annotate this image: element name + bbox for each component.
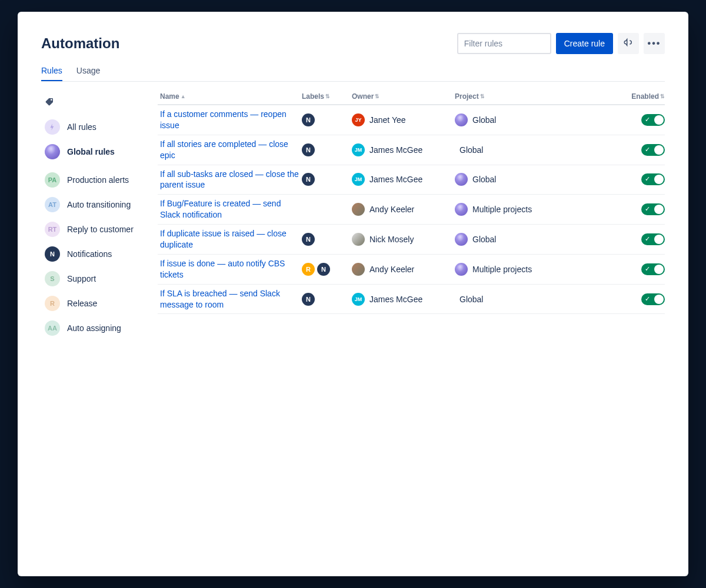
sidebar-item-label: Notifications [67, 249, 112, 259]
owner-name: Janet Yee [369, 115, 406, 125]
sidebar-labels-header [41, 92, 153, 111]
label-pill[interactable]: N [302, 143, 315, 156]
enabled-toggle[interactable] [641, 144, 665, 156]
cell-project: Global [455, 113, 602, 126]
sidebar-item-label: Production alerts [67, 175, 129, 185]
avatar: JM [352, 143, 365, 156]
sidebar-item-release[interactable]: RRelease [41, 291, 153, 316]
page-header: Automation Create rule ••• [41, 33, 665, 54]
sidebar-item-notifications[interactable]: NNotifications [41, 242, 153, 266]
table-row: If SLA is breached — send Slack message … [158, 285, 665, 315]
table-row: If Bug/Feature is created — send Slack n… [158, 195, 665, 225]
sidebar-item-auto-transitioning[interactable]: ATAuto transitioning [41, 192, 153, 217]
globe-icon [455, 203, 468, 216]
rule-link[interactable]: If a customer comments — reopen issue [160, 109, 302, 131]
rule-link[interactable]: If duplicate issue is raised — close dup… [160, 228, 302, 250]
create-rule-button[interactable]: Create rule [556, 33, 613, 54]
owner-name: Nick Mosely [369, 235, 414, 244]
sidebar-item-reply-to-customer[interactable]: RTReply to customer [41, 217, 153, 242]
sidebar-item-global-rules[interactable]: Global rules [41, 139, 153, 164]
sort-icon: ⇅ [660, 93, 665, 99]
label-badge-icon: R [45, 296, 60, 311]
label-badge-icon: N [45, 246, 60, 262]
avatar [352, 203, 365, 216]
label-pill[interactable]: R [302, 263, 315, 276]
cell-owner: JMJames McGee [352, 293, 455, 306]
sidebar-item-support[interactable]: SSupport [41, 266, 153, 291]
label-pill[interactable]: N [302, 293, 315, 306]
more-actions-button[interactable]: ••• [644, 33, 665, 54]
sidebar-item-auto-assigning[interactable]: AAAuto assigning [41, 316, 153, 340]
col-labels[interactable]: Labels⇅ [302, 92, 352, 101]
globe-icon [455, 263, 468, 276]
table-row: If a customer comments — reopen issueNJY… [158, 105, 665, 135]
cell-enabled [630, 263, 665, 275]
enabled-toggle[interactable] [641, 173, 665, 185]
cell-owner: Andy Keeler [352, 263, 455, 276]
rule-link[interactable]: If Bug/Feature is created — send Slack n… [160, 198, 302, 220]
cell-labels: RN [302, 263, 352, 276]
label-pill[interactable]: N [317, 263, 330, 276]
cell-labels: N [302, 143, 352, 156]
tabs: RulesUsage [41, 66, 665, 82]
filter-rules-input[interactable] [457, 33, 551, 54]
announcements-button[interactable] [618, 33, 639, 54]
label-badge-icon: PA [45, 172, 60, 188]
sidebar-item-all-rules[interactable]: All rules [41, 115, 153, 139]
sort-icon: ⇅ [325, 93, 330, 99]
sidebar-item-production-alerts[interactable]: PAProduction alerts [41, 168, 153, 192]
sort-icon: ⇅ [480, 93, 485, 99]
owner-name: Andy Keeler [369, 265, 414, 274]
avatar: JY [352, 113, 365, 126]
sidebar: All rulesGlobal rulesPAProduction alerts… [41, 89, 153, 340]
rule-link[interactable]: If SLA is breached — send Slack message … [160, 288, 302, 310]
cell-name: If Bug/Feature is created — send Slack n… [158, 198, 302, 220]
rule-link[interactable]: If all stories are completed — close epi… [160, 139, 302, 161]
cell-name: If a customer comments — reopen issue [158, 109, 302, 131]
tab-rules[interactable]: Rules [41, 66, 62, 81]
rule-link[interactable]: If all sub-tasks are closed — close the … [160, 169, 302, 191]
rules-table: Name▲ Labels⇅ Owner⇅ Project⇅ Enabled⇅ I… [158, 89, 665, 340]
enabled-toggle[interactable] [641, 293, 665, 305]
sidebar-item-label: All rules [67, 122, 96, 132]
col-enabled[interactable]: Enabled⇅ [630, 92, 665, 101]
col-owner[interactable]: Owner⇅ [352, 92, 455, 101]
project-label: Global [472, 115, 496, 125]
avatar [352, 263, 365, 276]
page-title: Automation [41, 35, 119, 52]
project-label: Multiple projects [472, 205, 532, 214]
globe-icon [455, 113, 468, 126]
globe-icon [45, 144, 60, 159]
cell-project: Global [455, 295, 602, 304]
label-badge-icon: S [45, 271, 60, 286]
cell-name: If all stories are completed — close epi… [158, 139, 302, 161]
enabled-toggle[interactable] [641, 233, 665, 245]
cell-project: Global [455, 145, 602, 155]
tab-usage[interactable]: Usage [76, 66, 100, 81]
avatar: JM [352, 173, 365, 186]
enabled-toggle[interactable] [641, 203, 665, 215]
cell-name: If duplicate issue is raised — close dup… [158, 228, 302, 250]
sidebar-item-label: Auto transitioning [67, 200, 131, 209]
col-name[interactable]: Name▲ [158, 92, 302, 101]
cell-owner: JYJanet Yee [352, 113, 455, 126]
cell-labels: N [302, 293, 352, 306]
rule-link[interactable]: If issue is done — auto notify CBS ticke… [160, 258, 302, 280]
cell-enabled [630, 173, 665, 185]
label-pill[interactable]: N [302, 233, 315, 246]
globe-icon [455, 233, 468, 246]
table-row: If all sub-tasks are closed — close the … [158, 165, 665, 195]
enabled-toggle[interactable] [641, 114, 665, 126]
cell-name: If issue is done — auto notify CBS ticke… [158, 258, 302, 280]
table-header: Name▲ Labels⇅ Owner⇅ Project⇅ Enabled⇅ [158, 89, 665, 105]
header-actions: Create rule ••• [457, 33, 665, 54]
megaphone-icon [623, 37, 634, 50]
label-pill[interactable]: N [302, 173, 315, 186]
table-row: If all stories are completed — close epi… [158, 135, 665, 165]
cell-owner: JMJames McGee [352, 143, 455, 156]
avatar [352, 233, 365, 246]
sidebar-item-label: Release [67, 299, 97, 308]
col-project[interactable]: Project⇅ [455, 92, 602, 101]
label-pill[interactable]: N [302, 113, 315, 126]
enabled-toggle[interactable] [641, 263, 665, 275]
